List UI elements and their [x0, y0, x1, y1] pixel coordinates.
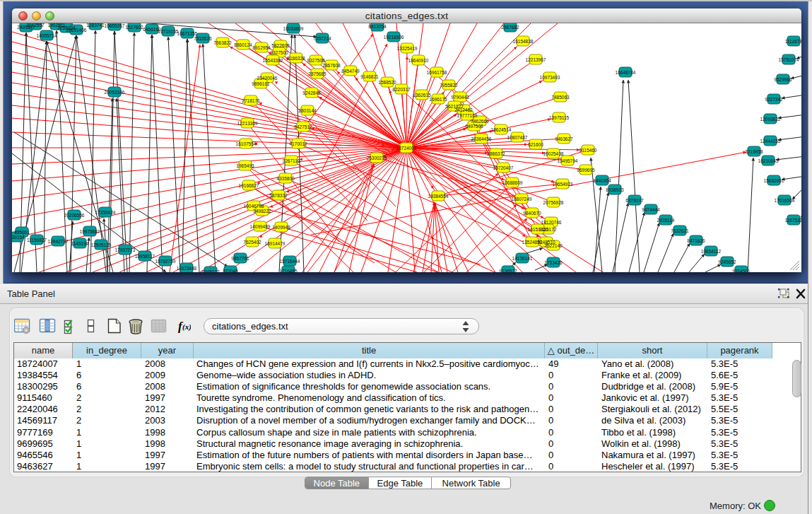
svg-text:1696175: 1696175: [429, 97, 447, 102]
svg-text:16671355: 16671355: [177, 31, 198, 36]
svg-text:(x): (x): [182, 322, 191, 332]
svg-text:17359924: 17359924: [95, 210, 116, 215]
svg-text:6497508: 6497508: [465, 124, 483, 129]
svg-text:8454749: 8454749: [341, 69, 360, 74]
svg-text:7485063: 7485063: [551, 95, 570, 100]
svg-text:14136141: 14136141: [512, 256, 533, 261]
svg-text:17957273: 17957273: [115, 247, 136, 252]
svg-text:14055714: 14055714: [37, 33, 57, 38]
svg-text:3498222: 3498222: [253, 209, 271, 214]
svg-text:1145194: 1145194: [71, 241, 89, 246]
svg-text:1733426: 1733426: [544, 260, 563, 265]
svg-text:9529966: 9529966: [774, 77, 792, 82]
svg-text:8912954: 8912954: [252, 45, 271, 50]
svg-text:9840670: 9840670: [523, 211, 541, 216]
svg-text:13325419: 13325419: [397, 46, 418, 51]
svg-text:18807249: 18807249: [512, 197, 532, 201]
svg-text:8413054: 8413054: [368, 24, 387, 29]
svg-text:20206556: 20206556: [64, 213, 85, 218]
svg-text:13495794: 13495794: [558, 158, 578, 163]
svg-text:12213369: 12213369: [237, 121, 258, 126]
svg-text:16914479: 16914479: [265, 241, 286, 246]
svg-text:6379197: 6379197: [625, 198, 644, 203]
svg-text:19218506: 19218506: [384, 35, 404, 40]
svg-text:9227342: 9227342: [765, 97, 783, 102]
svg-text:1362615: 1362615: [413, 93, 431, 98]
svg-text:9327508: 9327508: [307, 58, 325, 63]
svg-text:2412462: 2412462: [454, 107, 473, 112]
svg-text:18724007: 18724007: [396, 146, 417, 151]
svg-text:12942737: 12942737: [48, 239, 69, 244]
svg-text:18120746: 18120746: [541, 220, 562, 225]
svg-text:16782759: 16782759: [155, 259, 176, 264]
svg-text:16151320: 16151320: [528, 227, 548, 232]
svg-text:7515526: 7515526: [194, 36, 212, 41]
svg-text:16107554: 16107554: [236, 141, 257, 146]
svg-text:2803144: 2803144: [298, 108, 317, 113]
svg-text:20053346: 20053346: [105, 90, 125, 95]
svg-text:20691406: 20691406: [66, 28, 87, 33]
svg-text:12093822: 12093822: [760, 117, 781, 122]
svg-text:1716485: 1716485: [279, 269, 298, 273]
svg-text:9857791: 9857791: [231, 256, 249, 261]
svg-text:9474444: 9474444: [642, 207, 660, 212]
svg-text:872046: 872046: [223, 269, 238, 273]
svg-text:2875685: 2875685: [308, 71, 326, 76]
svg-text:4170012: 4170012: [289, 141, 307, 146]
svg-text:1965493: 1965493: [236, 163, 254, 168]
svg-text:13975115: 13975115: [549, 115, 570, 120]
svg-text:10688609: 10688609: [502, 180, 523, 185]
svg-text:19777169: 19777169: [457, 113, 478, 118]
svg-text:18640910: 18640910: [408, 58, 429, 63]
svg-text:7462666: 7462666: [471, 119, 489, 124]
svg-text:9245012: 9245012: [201, 269, 220, 273]
svg-text:2987682: 2987682: [501, 25, 519, 30]
svg-text:10655267: 10655267: [105, 23, 125, 28]
svg-text:19975887: 19975887: [80, 229, 100, 234]
svg-text:1283741: 1283741: [86, 23, 105, 28]
svg-text:15720407: 15720407: [493, 165, 514, 170]
svg-text:10807487: 10807487: [507, 135, 528, 140]
svg-text:15692951: 15692951: [764, 178, 784, 183]
svg-text:16154838: 16154838: [513, 39, 534, 44]
svg-text:5878332: 5878332: [269, 193, 288, 198]
svg-text:16648784: 16648784: [616, 70, 636, 75]
svg-text:12444155: 12444155: [760, 139, 781, 144]
svg-text:2935114: 2935114: [657, 218, 675, 223]
svg-text:4335800: 4335800: [276, 176, 295, 181]
svg-text:15751074: 15751074: [779, 57, 799, 62]
svg-text:12213967: 12213967: [526, 57, 546, 62]
svg-text:8427512: 8427512: [294, 124, 312, 129]
svg-text:1112874: 1112874: [785, 39, 801, 44]
svg-text:7955822: 7955822: [440, 83, 458, 88]
svg-text:20756928: 20756928: [543, 200, 564, 205]
svg-text:9242848: 9242848: [302, 90, 321, 95]
svg-text:10958117: 10958117: [135, 254, 155, 259]
svg-text:8471626: 8471626: [687, 238, 705, 243]
svg-text:19166827: 19166827: [239, 183, 259, 188]
svg-text:1527602: 1527602: [125, 25, 143, 30]
svg-text:10973493: 10973493: [540, 75, 560, 80]
svg-text:8860124: 8860124: [234, 42, 252, 47]
svg-text:13524851: 13524851: [522, 240, 543, 245]
svg-text:19654923: 19654923: [553, 182, 573, 187]
svg-text:16543382: 16543382: [263, 58, 283, 63]
svg-text:8938923: 8938923: [606, 187, 624, 192]
svg-text:10046798: 10046798: [244, 204, 264, 209]
svg-text:16033809: 16033809: [283, 26, 304, 31]
svg-text:20364456: 20364456: [471, 136, 492, 141]
svg-text:9136572: 9136572: [499, 269, 517, 273]
svg-text:2718176: 2718176: [242, 98, 260, 103]
svg-text:7632621: 7632621: [671, 228, 689, 233]
svg-text:23420046: 23420046: [257, 76, 278, 81]
svg-text:5822605: 5822605: [271, 43, 290, 48]
svg-text:10654112: 10654112: [701, 249, 722, 254]
svg-text:25300275: 25300275: [367, 156, 387, 160]
svg-text:9699695: 9699695: [577, 168, 595, 173]
svg-text:9463627: 9463627: [555, 136, 573, 141]
svg-text:1167531: 1167531: [785, 218, 801, 223]
svg-text:2522140: 2522140: [544, 243, 563, 248]
svg-text:10025438: 10025438: [543, 151, 564, 156]
svg-text:19384554: 19384554: [428, 194, 449, 199]
svg-text:621600: 621600: [528, 142, 543, 147]
